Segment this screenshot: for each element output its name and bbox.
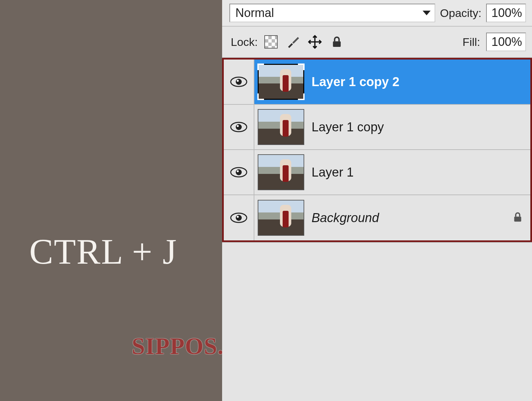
fill-input[interactable]: 100% (486, 33, 526, 51)
opacity-value: 100% (491, 6, 522, 20)
blend-mode-value: Normal (235, 6, 274, 20)
blend-opacity-row: Normal Opacity: 100% (222, 0, 532, 27)
layer-name[interactable]: Background (312, 211, 379, 225)
eye-icon (230, 212, 247, 224)
svg-rect-2 (333, 41, 341, 47)
fill-label: Fill: (463, 36, 480, 49)
panel-empty-area (222, 242, 532, 401)
layer-name[interactable]: Layer 1 copy (312, 120, 384, 134)
lock-fill-row: Lock: Fill: (222, 27, 532, 58)
svg-point-7 (236, 124, 242, 130)
layer-thumbnail[interactable] (258, 64, 304, 100)
lock-move-icon[interactable] (308, 35, 322, 49)
eye-icon (230, 76, 247, 88)
lock-icon-group (264, 35, 344, 49)
layer-row[interactable]: Layer 1 copy 2 (224, 60, 530, 105)
layers-panel: Normal Opacity: 100% Lock: (222, 0, 532, 401)
visibility-toggle[interactable] (224, 195, 254, 240)
layers-list-highlight: Layer 1 copy 2 Layer 1 copy (222, 58, 532, 242)
lock-transparency-icon[interactable] (264, 35, 278, 49)
svg-point-4 (236, 79, 242, 85)
lock-label: Lock: (231, 36, 258, 49)
eye-icon (230, 121, 247, 133)
opacity-label: Opacity: (440, 7, 481, 20)
shortcut-label: CTRL + J (29, 231, 177, 272)
lock-icon (512, 211, 524, 224)
visibility-toggle[interactable] (224, 105, 254, 149)
blend-mode-dropdown[interactable]: Normal (229, 4, 435, 22)
visibility-toggle[interactable] (224, 150, 254, 195)
layer-row[interactable]: Background (224, 195, 530, 240)
eye-icon (230, 166, 247, 178)
layer-thumbnail[interactable] (258, 200, 304, 236)
svg-point-8 (237, 125, 239, 127)
fill-value: 100% (491, 35, 522, 49)
svg-point-14 (237, 216, 239, 218)
layer-name[interactable]: Layer 1 copy 2 (312, 75, 399, 89)
layer-thumbnail[interactable] (258, 154, 304, 190)
layer-row[interactable]: Layer 1 (224, 150, 530, 195)
svg-point-11 (237, 170, 239, 172)
svg-point-5 (237, 80, 239, 82)
layer-name[interactable]: Layer 1 (312, 165, 354, 180)
layer-row[interactable]: Layer 1 copy (224, 105, 530, 150)
layer-thumbnail[interactable] (258, 109, 304, 145)
opacity-input[interactable]: 100% (486, 4, 526, 22)
lock-brush-icon[interactable] (286, 35, 300, 49)
svg-point-13 (236, 215, 242, 221)
svg-point-10 (236, 169, 242, 175)
visibility-toggle[interactable] (224, 60, 254, 104)
lock-all-icon[interactable] (330, 35, 344, 49)
chevron-down-icon (423, 11, 431, 15)
svg-rect-15 (514, 217, 521, 222)
